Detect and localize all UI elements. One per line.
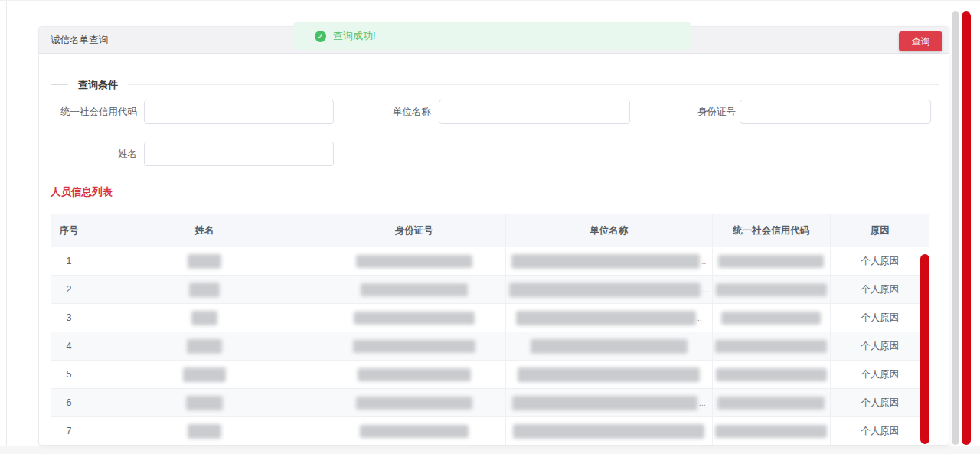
- redaction-tail-text: ...: [699, 398, 706, 407]
- redacted-cell: [506, 417, 713, 445]
- id-number-label: 身份证号: [673, 100, 736, 124]
- row-index: 7: [51, 417, 87, 445]
- redacted-cell: [87, 361, 322, 388]
- table-body: 1..个人原因2...个人原因3..个人原因4个人原因5个人原因6...个人原因…: [51, 247, 929, 446]
- redacted-cell: [713, 304, 831, 332]
- redacted-blur: [512, 396, 697, 410]
- query-button[interactable]: 查询: [899, 31, 942, 51]
- page-title: 诚信名单查询: [51, 27, 108, 54]
- table-row: 2...个人原因: [51, 276, 929, 304]
- reason-cell: 个人原因: [831, 361, 929, 388]
- redacted-blur: [531, 339, 688, 354]
- redacted-cell: [713, 332, 831, 360]
- row-index: 2: [51, 276, 87, 303]
- redacted-blur: [188, 424, 221, 439]
- toast-message: 查询成功!: [333, 29, 376, 43]
- table-row: 1..个人原因: [51, 247, 929, 276]
- redacted-blur: [511, 254, 700, 269]
- column-header-name: 姓名: [87, 214, 322, 247]
- redacted-cell: [87, 417, 322, 445]
- reason-cell: 个人原因: [831, 389, 929, 416]
- reason-cell: 个人原因: [831, 417, 929, 445]
- redacted-cell: [322, 304, 506, 332]
- table-row: 7个人原因: [51, 417, 929, 446]
- redacted-blur: [354, 312, 475, 325]
- redacted-cell: [713, 247, 831, 275]
- success-toast: ✓ 查询成功!: [293, 22, 691, 50]
- redacted-cell: [87, 247, 322, 275]
- redacted-blur: [513, 424, 704, 439]
- redacted-blur: [191, 311, 217, 325]
- redacted-cell: [713, 417, 831, 445]
- redacted-blur: [361, 283, 468, 296]
- unit-name-input[interactable]: [439, 100, 630, 124]
- redacted-blur: [721, 312, 821, 325]
- redacted-cell: [322, 247, 506, 275]
- redacted-blur: [188, 254, 221, 269]
- list-title: 人员信息列表: [51, 185, 113, 199]
- person-name-label: 姓名: [51, 142, 137, 166]
- redacted-blur: [715, 340, 827, 353]
- page-left-border: [6, 1, 7, 454]
- redacted-blur: [189, 283, 220, 297]
- credit-code-input[interactable]: [144, 100, 334, 124]
- redacted-blur: [716, 368, 827, 381]
- redacted-cell: [87, 332, 322, 360]
- column-header-unit: 单位名称: [506, 214, 713, 247]
- redacted-cell: [506, 361, 713, 388]
- redaction-tail-text: ..: [701, 256, 706, 266]
- page-scrollbar-track[interactable]: [952, 11, 959, 445]
- redacted-cell: ...: [506, 389, 713, 416]
- redacted-blur: [353, 340, 475, 353]
- row-index: 5: [51, 361, 87, 388]
- redacted-cell: [87, 276, 322, 303]
- redaction-tail-text: ...: [702, 285, 709, 294]
- redacted-cell: [506, 332, 713, 360]
- person-name-input[interactable]: [144, 142, 334, 166]
- reason-cell: 个人原因: [831, 304, 929, 332]
- table-row: 6...个人原因: [51, 389, 929, 417]
- reason-cell: 个人原因: [831, 332, 929, 360]
- redacted-cell: ..: [506, 304, 713, 332]
- redacted-blur: [356, 255, 472, 268]
- id-number-input[interactable]: [740, 100, 931, 124]
- redacted-blur: [183, 367, 226, 382]
- redaction-tail-text: ..: [697, 313, 702, 322]
- table-row: 3..个人原因: [51, 304, 929, 332]
- redacted-cell: [713, 361, 831, 388]
- redacted-blur: [717, 397, 825, 410]
- page-scrollbar-thumb[interactable]: [962, 11, 971, 445]
- divider-dash-icon: [51, 84, 68, 85]
- redacted-cell: [322, 332, 506, 360]
- page-bottom-strip: [0, 446, 980, 454]
- personnel-table: 序号 姓名 身份证号 单位名称 统一社会信用代码 原因 1..个人原因2...个…: [51, 214, 929, 446]
- column-header-index: 序号: [51, 214, 87, 247]
- redacted-cell: [713, 389, 831, 416]
- redacted-blur: [509, 283, 701, 297]
- filter-section-divider: 查询条件: [51, 79, 939, 90]
- redacted-cell: [322, 389, 506, 416]
- reason-cell: 个人原因: [831, 247, 929, 275]
- table-scrollbar-thumb[interactable]: [920, 254, 929, 444]
- table-row: 4个人原因: [51, 332, 929, 361]
- check-circle-icon: ✓: [315, 31, 326, 42]
- redacted-cell: [87, 389, 322, 416]
- row-index: 6: [51, 389, 87, 416]
- redacted-blur: [356, 397, 472, 410]
- redacted-cell: ..: [506, 247, 713, 275]
- table-row: 5个人原因: [51, 361, 929, 389]
- column-header-id: 身份证号: [322, 214, 506, 247]
- table-header-row: 序号 姓名 身份证号 单位名称 统一社会信用代码 原因: [51, 214, 929, 247]
- redacted-cell: [322, 417, 506, 445]
- redacted-cell: [713, 276, 831, 303]
- credit-code-label: 统一社会信用代码: [51, 100, 137, 124]
- row-index: 4: [51, 332, 87, 360]
- redacted-blur: [516, 311, 696, 325]
- redacted-blur: [187, 339, 222, 354]
- redacted-blur: [360, 425, 469, 438]
- redacted-cell: ...: [506, 276, 713, 303]
- column-header-reason: 原因: [831, 214, 929, 247]
- redacted-blur: [716, 283, 827, 296]
- query-panel: 诚信名单查询 查询 查询条件 统一社会信用代码 单位名称 身份证号 姓名 人员信…: [38, 26, 949, 446]
- reason-cell: 个人原因: [831, 276, 929, 303]
